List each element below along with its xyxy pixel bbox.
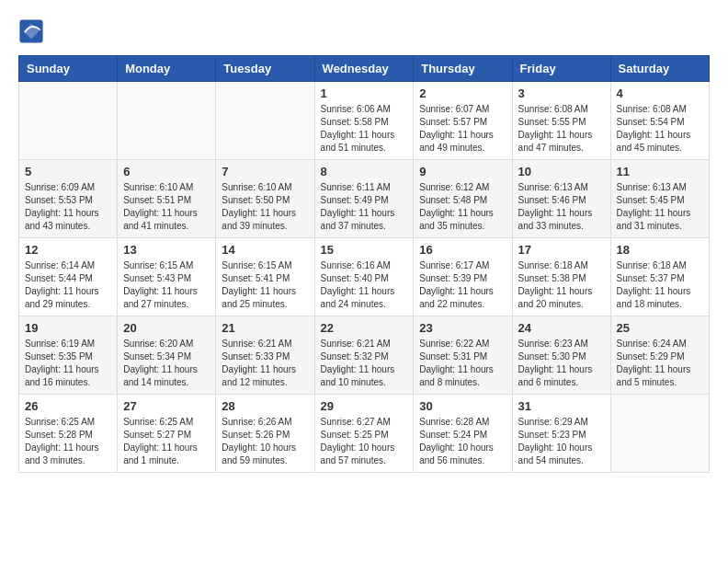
calendar-week-4: 19Sunrise: 6:19 AM Sunset: 5:35 PM Dayli…: [19, 316, 710, 395]
day-number: 12: [25, 243, 111, 257]
calendar-cell: 17Sunrise: 6:18 AM Sunset: 5:38 PM Dayli…: [512, 238, 610, 316]
day-number: 1: [321, 86, 408, 100]
weekday-header-row: SundayMondayTuesdayWednesdayThursdayFrid…: [19, 56, 710, 82]
calendar-week-2: 5Sunrise: 6:09 AM Sunset: 5:53 PM Daylig…: [19, 160, 710, 238]
weekday-header-saturday: Saturday: [610, 56, 709, 82]
day-info: Sunrise: 6:25 AM Sunset: 5:27 PM Dayligh…: [123, 416, 210, 467]
day-info: Sunrise: 6:09 AM Sunset: 5:53 PM Dayligh…: [25, 181, 111, 233]
day-info: Sunrise: 6:23 AM Sunset: 5:30 PM Dayligh…: [518, 338, 605, 389]
day-number: 15: [321, 243, 408, 257]
day-number: 18: [617, 243, 703, 257]
weekday-header-wednesday: Wednesday: [314, 56, 414, 82]
day-info: Sunrise: 6:19 AM Sunset: 5:35 PM Dayligh…: [25, 338, 111, 389]
calendar-cell: 14Sunrise: 6:15 AM Sunset: 5:41 PM Dayli…: [216, 238, 314, 316]
calendar-cell: 16Sunrise: 6:17 AM Sunset: 5:39 PM Dayli…: [414, 238, 512, 316]
day-number: 7: [222, 165, 308, 178]
day-info: Sunrise: 6:13 AM Sunset: 5:45 PM Dayligh…: [617, 181, 703, 233]
day-number: 22: [321, 321, 408, 335]
calendar-cell: 5Sunrise: 6:09 AM Sunset: 5:53 PM Daylig…: [19, 160, 118, 238]
calendar-cell: 3Sunrise: 6:08 AM Sunset: 5:55 PM Daylig…: [512, 82, 610, 160]
day-number: 25: [617, 321, 703, 335]
calendar-cell: 21Sunrise: 6:21 AM Sunset: 5:33 PM Dayli…: [216, 316, 314, 395]
calendar-cell: 6Sunrise: 6:10 AM Sunset: 5:51 PM Daylig…: [118, 160, 216, 238]
day-number: 8: [321, 165, 408, 178]
calendar-cell: 28Sunrise: 6:26 AM Sunset: 5:26 PM Dayli…: [216, 395, 314, 473]
calendar-week-3: 12Sunrise: 6:14 AM Sunset: 5:44 PM Dayli…: [19, 238, 710, 316]
header: [18, 18, 710, 44]
day-info: Sunrise: 6:18 AM Sunset: 5:37 PM Dayligh…: [617, 259, 703, 311]
day-number: 23: [419, 321, 506, 335]
day-number: 26: [25, 399, 111, 413]
day-info: Sunrise: 6:06 AM Sunset: 5:58 PM Dayligh…: [321, 103, 408, 155]
day-info: Sunrise: 6:24 AM Sunset: 5:29 PM Dayligh…: [617, 338, 703, 389]
calendar-cell: 25Sunrise: 6:24 AM Sunset: 5:29 PM Dayli…: [610, 316, 709, 395]
calendar-cell: 15Sunrise: 6:16 AM Sunset: 5:40 PM Dayli…: [314, 238, 414, 316]
day-number: 11: [617, 165, 703, 178]
day-info: Sunrise: 6:20 AM Sunset: 5:34 PM Dayligh…: [123, 338, 210, 389]
calendar-cell: 19Sunrise: 6:19 AM Sunset: 5:35 PM Dayli…: [19, 316, 118, 395]
calendar-cell: [610, 395, 709, 473]
calendar-cell: 11Sunrise: 6:13 AM Sunset: 5:45 PM Dayli…: [610, 160, 709, 238]
day-info: Sunrise: 6:10 AM Sunset: 5:50 PM Dayligh…: [222, 181, 308, 233]
day-info: Sunrise: 6:07 AM Sunset: 5:57 PM Dayligh…: [419, 103, 506, 155]
day-number: 2: [419, 86, 506, 100]
page-container: SundayMondayTuesdayWednesdayThursdayFrid…: [0, 0, 728, 482]
calendar-week-1: 1Sunrise: 6:06 AM Sunset: 5:58 PM Daylig…: [19, 82, 710, 160]
day-number: 9: [419, 165, 506, 178]
day-number: 21: [222, 321, 308, 335]
day-info: Sunrise: 6:29 AM Sunset: 5:23 PM Dayligh…: [518, 416, 605, 467]
calendar-cell: 29Sunrise: 6:27 AM Sunset: 5:25 PM Dayli…: [314, 395, 414, 473]
calendar-cell: 31Sunrise: 6:29 AM Sunset: 5:23 PM Dayli…: [512, 395, 610, 473]
day-info: Sunrise: 6:28 AM Sunset: 5:24 PM Dayligh…: [419, 416, 506, 467]
day-info: Sunrise: 6:16 AM Sunset: 5:40 PM Dayligh…: [321, 259, 408, 311]
day-info: Sunrise: 6:22 AM Sunset: 5:31 PM Dayligh…: [419, 338, 506, 389]
calendar-cell: 26Sunrise: 6:25 AM Sunset: 5:28 PM Dayli…: [19, 395, 118, 473]
day-info: Sunrise: 6:21 AM Sunset: 5:33 PM Dayligh…: [222, 338, 308, 389]
weekday-header-sunday: Sunday: [19, 56, 118, 82]
weekday-header-friday: Friday: [512, 56, 610, 82]
day-number: 10: [518, 165, 605, 178]
calendar-cell: [216, 82, 314, 160]
day-number: 31: [518, 399, 605, 413]
day-info: Sunrise: 6:08 AM Sunset: 5:55 PM Dayligh…: [518, 103, 605, 155]
day-number: 5: [25, 165, 111, 178]
day-info: Sunrise: 6:08 AM Sunset: 5:54 PM Dayligh…: [617, 103, 703, 155]
calendar-cell: 9Sunrise: 6:12 AM Sunset: 5:48 PM Daylig…: [414, 160, 512, 238]
calendar-cell: 30Sunrise: 6:28 AM Sunset: 5:24 PM Dayli…: [414, 395, 512, 473]
day-info: Sunrise: 6:12 AM Sunset: 5:48 PM Dayligh…: [419, 181, 506, 233]
day-number: 17: [518, 243, 605, 257]
calendar-cell: 8Sunrise: 6:11 AM Sunset: 5:49 PM Daylig…: [314, 160, 414, 238]
calendar-cell: 10Sunrise: 6:13 AM Sunset: 5:46 PM Dayli…: [512, 160, 610, 238]
day-info: Sunrise: 6:15 AM Sunset: 5:43 PM Dayligh…: [123, 259, 210, 311]
day-number: 27: [123, 399, 210, 413]
calendar-table: SundayMondayTuesdayWednesdayThursdayFrid…: [18, 55, 710, 473]
day-number: 13: [123, 243, 210, 257]
day-number: 16: [419, 243, 506, 257]
logo: [18, 18, 48, 44]
calendar-cell: 23Sunrise: 6:22 AM Sunset: 5:31 PM Dayli…: [414, 316, 512, 395]
day-number: 4: [617, 86, 703, 100]
day-number: 29: [321, 399, 408, 413]
day-number: 19: [25, 321, 111, 335]
calendar-cell: 12Sunrise: 6:14 AM Sunset: 5:44 PM Dayli…: [19, 238, 118, 316]
day-info: Sunrise: 6:21 AM Sunset: 5:32 PM Dayligh…: [321, 338, 408, 389]
day-number: 30: [419, 399, 506, 413]
day-info: Sunrise: 6:25 AM Sunset: 5:28 PM Dayligh…: [25, 416, 111, 467]
calendar-cell: [118, 82, 216, 160]
day-number: 3: [518, 86, 605, 100]
day-number: 6: [123, 165, 210, 178]
weekday-header-thursday: Thursday: [414, 56, 512, 82]
calendar-cell: [19, 82, 118, 160]
day-number: 20: [123, 321, 210, 335]
day-info: Sunrise: 6:11 AM Sunset: 5:49 PM Dayligh…: [321, 181, 408, 233]
day-info: Sunrise: 6:13 AM Sunset: 5:46 PM Dayligh…: [518, 181, 605, 233]
day-info: Sunrise: 6:17 AM Sunset: 5:39 PM Dayligh…: [419, 259, 506, 311]
calendar-cell: 22Sunrise: 6:21 AM Sunset: 5:32 PM Dayli…: [314, 316, 414, 395]
calendar-cell: 13Sunrise: 6:15 AM Sunset: 5:43 PM Dayli…: [118, 238, 216, 316]
day-number: 14: [222, 243, 308, 257]
calendar-cell: 20Sunrise: 6:20 AM Sunset: 5:34 PM Dayli…: [118, 316, 216, 395]
calendar-cell: 27Sunrise: 6:25 AM Sunset: 5:27 PM Dayli…: [118, 395, 216, 473]
day-info: Sunrise: 6:14 AM Sunset: 5:44 PM Dayligh…: [25, 259, 111, 311]
weekday-header-tuesday: Tuesday: [216, 56, 314, 82]
day-number: 24: [518, 321, 605, 335]
